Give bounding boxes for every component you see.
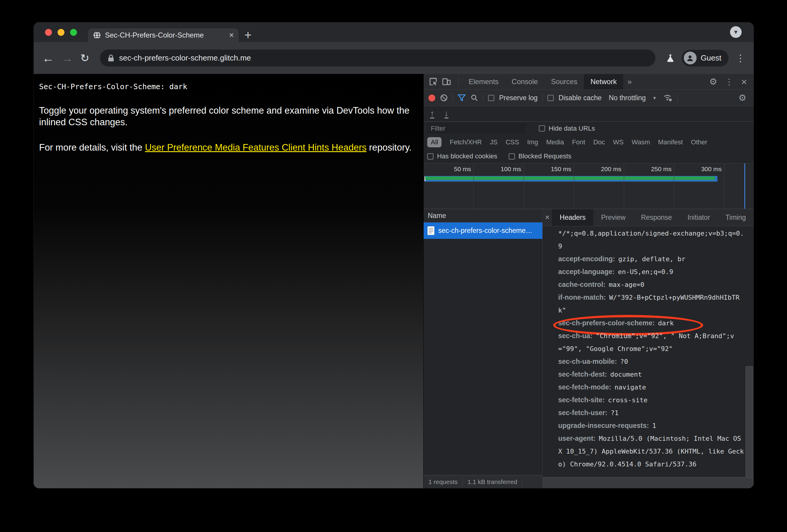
header-line: sec-ch-ua-mobile: ?0 — [558, 355, 742, 368]
globe-favicon-icon — [93, 31, 101, 39]
header-line: cache-control: max-age=0 — [558, 278, 742, 291]
details-tab[interactable]: Timing — [718, 209, 753, 226]
header-line: user-agent: Mozilla/5.0 (Macintosh; Inte… — [558, 432, 742, 445]
throttling-select[interactable]: No throttling — [609, 94, 646, 102]
clear-icon[interactable] — [440, 94, 448, 102]
inspect-element-icon[interactable] — [428, 77, 438, 87]
minimize-window-button[interactable] — [58, 29, 64, 36]
header-value: document — [610, 371, 642, 378]
header-value: dark — [658, 319, 674, 327]
has-blocked-cookies-checkbox[interactable] — [427, 153, 433, 159]
forward-button[interactable]: → — [61, 52, 73, 64]
profile-chip[interactable]: Guest — [682, 50, 728, 66]
details-tab[interactable]: Headers — [552, 209, 593, 226]
header-value: */*;q=0.8,application/signed-exchange;v=… — [558, 229, 744, 237]
preserve-log-checkbox[interactable] — [488, 95, 494, 101]
paragraph-text: For more details, visit the — [39, 142, 145, 153]
back-button[interactable]: ← — [42, 52, 54, 64]
request-type-chip[interactable]: Media — [546, 138, 564, 146]
header-line: sec-ch-prefers-color-scheme: dark — [558, 317, 742, 330]
request-row-selected[interactable]: sec-ch-prefers-color-scheme… — [424, 222, 543, 239]
request-type-chip[interactable]: Font — [572, 138, 585, 146]
request-type-chip[interactable]: WS — [613, 138, 623, 146]
network-overview-timeline[interactable]: 50 ms 100 ms 150 ms 200 ms — [424, 163, 753, 209]
header-line: accept-encoding: gzip, deflate, br — [558, 252, 742, 265]
details-tab[interactable]: Response — [633, 209, 680, 226]
hide-data-urls: Hide data URLs — [539, 125, 595, 132]
device-toolbar-icon[interactable] — [442, 77, 451, 87]
details-close-icon[interactable]: × — [543, 213, 552, 222]
devtools-tab[interactable]: Console — [505, 74, 545, 89]
request-type-chip[interactable]: JS — [490, 138, 497, 146]
request-headers-content[interactable]: */*;q=0.8,application/signed-exchange;v=… — [543, 226, 753, 477]
reload-button[interactable]: ↻ — [80, 53, 89, 64]
throttling-dropdown-arrow-icon[interactable]: ▼ — [653, 95, 657, 101]
request-type-chip[interactable]: Doc — [593, 138, 605, 146]
request-type-chip[interactable]: Manifest — [658, 138, 683, 146]
more-tabs-icon[interactable]: » — [623, 77, 636, 87]
details-tab[interactable]: Initiator — [680, 209, 718, 226]
request-type-chip[interactable]: Wasm — [632, 138, 650, 146]
header-value: "Chromium";v="92", " Not A;Brand";v — [596, 332, 734, 340]
maximize-window-button[interactable] — [70, 29, 77, 36]
network-toolbar: Preserve log Disable cache No throttling… — [424, 90, 753, 106]
load-event-marker — [744, 163, 745, 209]
chevron-down-icon: ▼ — [733, 29, 739, 35]
search-icon[interactable] — [470, 94, 478, 102]
devtools-close-icon[interactable]: × — [741, 76, 747, 87]
header-line: 9 — [558, 240, 742, 252]
devtools-menu-kebab-icon[interactable]: ⋮ — [725, 77, 733, 87]
person-icon — [686, 54, 694, 62]
header-line: sec-ch-ua: "Chromium";v="92", " Not A;Br… — [558, 330, 742, 342]
close-window-button[interactable] — [45, 29, 52, 36]
header-line: ="99", "Google Chrome";v="92" — [558, 342, 742, 355]
hide-data-urls-checkbox[interactable] — [539, 125, 545, 132]
header-value: gzip, deflate, br — [618, 255, 685, 263]
devtools-tab[interactable]: Sources — [545, 74, 584, 89]
requests-count: 1 requests — [428, 478, 458, 486]
browser-tab[interactable]: Sec-CH-Prefers-Color-Scheme × — [88, 28, 239, 42]
new-tab-button[interactable]: + — [244, 29, 252, 41]
header-value: ="99", "Google Chrome";v="92" — [558, 345, 673, 353]
import-har-icon[interactable]: ↑ — [430, 109, 434, 118]
header-name: cache-control: — [558, 281, 605, 289]
export-har-icon[interactable]: ↓ — [445, 109, 449, 118]
devtools-settings-gear-icon[interactable]: ⚙ — [709, 77, 717, 86]
browser-menu-kebab-icon[interactable]: ⋮ — [736, 52, 745, 64]
desktop-background: Sec-CH-Prefers-Color-Scheme × + ▼ ← → ↻ … — [0, 0, 787, 532]
blocked-requests-checkbox[interactable] — [509, 153, 515, 159]
disable-cache-checkbox[interactable] — [548, 95, 554, 101]
record-button[interactable] — [428, 94, 435, 102]
timeline-tick-cell: 200 ms — [574, 163, 624, 209]
request-type-chip[interactable]: CSS — [506, 138, 519, 146]
header-value: W/"392-B+pCtpzl+pyWUSHMRn9dhHIbTR — [609, 294, 740, 301]
devtools-tab[interactable]: Network — [584, 74, 623, 89]
filter-input[interactable] — [427, 123, 526, 134]
tab-search-button[interactable]: ▼ — [730, 26, 742, 38]
header-name: if-none-match: — [558, 293, 606, 302]
header-value: 9 — [558, 242, 562, 250]
devtools-tab[interactable]: Elements — [462, 74, 505, 89]
request-type-chip[interactable]: All — [427, 137, 442, 147]
address-bar[interactable]: sec-ch-prefers-color-scheme.glitch.me — [100, 49, 655, 66]
blocked-requests: Blocked Requests — [509, 152, 571, 160]
tab-close-icon[interactable]: × — [229, 31, 234, 39]
repository-link[interactable]: User Preference Media Features Client Hi… — [145, 142, 367, 153]
page-paragraph-1: Toggle your operating system's preferred… — [39, 105, 418, 128]
has-blocked-cookies: Has blocked cookies — [427, 152, 497, 160]
filter-funnel-icon[interactable] — [458, 94, 466, 102]
details-tab[interactable]: Preview — [593, 209, 633, 226]
beaker-icon[interactable] — [666, 54, 675, 63]
header-value: navigate — [615, 383, 646, 391]
details-scrollbar-thumb[interactable] — [746, 366, 753, 478]
details-bottom-strip — [543, 477, 753, 488]
network-settings-gear-icon[interactable]: ⚙ — [738, 93, 746, 102]
request-type-chip[interactable]: Img — [527, 138, 538, 146]
header-line: upgrade-insecure-requests: 1 — [558, 419, 742, 432]
request-type-chip[interactable]: Other — [691, 138, 707, 146]
name-column-header[interactable]: Name — [424, 209, 543, 222]
header-name: sec-ch-ua-mobile: — [558, 358, 617, 365]
request-type-chip[interactable]: Fetch/XHR — [450, 138, 482, 146]
network-conditions-icon[interactable] — [663, 94, 673, 102]
disable-cache-label: Disable cache — [558, 94, 601, 102]
